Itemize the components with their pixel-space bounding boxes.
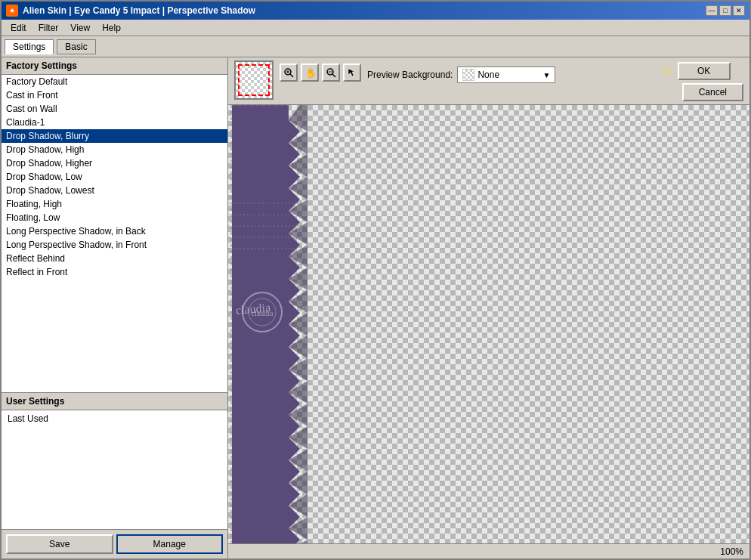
background-selector: Preview Background: None ▼ bbox=[367, 60, 555, 83]
user-settings-section: User Settings Last Used bbox=[2, 393, 227, 529]
right-panel: ✋ bbox=[228, 57, 749, 558]
zoom-fit-icon bbox=[283, 67, 294, 78]
main-content: Factory Settings Factory Default Cast in… bbox=[2, 57, 749, 558]
zoom-in-icon bbox=[326, 67, 336, 78]
menu-view[interactable]: View bbox=[64, 21, 96, 35]
ok-cancel-area: ☞ OK Cancel bbox=[661, 60, 743, 101]
preview-bg-dropdown[interactable]: None ▼ bbox=[457, 67, 555, 83]
menu-edit[interactable]: Edit bbox=[5, 21, 32, 35]
watermark-circle: claudia bbox=[240, 289, 285, 335]
preset-drop-shadow-blurry[interactable]: Drop Shadow, Blurry bbox=[2, 129, 227, 143]
preset-long-perspective-front[interactable]: Long Perspective Shadow, in Front bbox=[2, 238, 227, 252]
preview-thumbnail bbox=[234, 60, 274, 100]
preview-toolbar: ✋ bbox=[228, 57, 749, 105]
preset-long-perspective-back[interactable]: Long Perspective Shadow, in Back bbox=[2, 224, 227, 238]
thumbnail-border bbox=[238, 64, 270, 96]
maximize-button[interactable]: □ bbox=[719, 5, 731, 16]
user-last-used[interactable]: Last Used bbox=[3, 412, 226, 425]
svg-text:claudia: claudia bbox=[252, 309, 274, 317]
tab-basic[interactable]: Basic bbox=[57, 39, 95, 54]
zoom-fit-button[interactable] bbox=[280, 63, 298, 82]
user-settings-header: User Settings bbox=[2, 393, 227, 410]
pan-button[interactable]: ✋ bbox=[301, 63, 319, 82]
close-button[interactable]: ✕ bbox=[733, 5, 745, 16]
tool-buttons: ✋ bbox=[280, 60, 361, 82]
title-bar: ★ Alien Skin | Eye Candy 5 Impact | Pers… bbox=[2, 2, 749, 20]
svg-text:✋: ✋ bbox=[305, 67, 315, 78]
menu-help[interactable]: Help bbox=[96, 21, 127, 35]
ok-button[interactable]: OK bbox=[678, 62, 731, 80]
preset-floating-low[interactable]: Floating, Low bbox=[2, 211, 227, 224]
status-bar: 100% bbox=[228, 543, 749, 558]
preview-area[interactable]: claudia claudia bbox=[228, 105, 749, 543]
dropdown-arrow-icon: ▼ bbox=[542, 71, 550, 79]
minimize-button[interactable]: — bbox=[706, 5, 718, 16]
preset-list[interactable]: Factory Default Cast in Front Cast on Wa… bbox=[2, 75, 227, 392]
ok-row: ☞ OK bbox=[661, 62, 743, 80]
zoom-level: 100% bbox=[720, 546, 743, 557]
checker-icon bbox=[462, 69, 474, 81]
title-bar-left: ★ Alien Skin | Eye Candy 5 Impact | Pers… bbox=[6, 5, 255, 17]
app-icon: ★ bbox=[6, 5, 18, 17]
window-title: Alien Skin | Eye Candy 5 Impact | Perspe… bbox=[23, 5, 255, 16]
cancel-button[interactable]: Cancel bbox=[682, 83, 743, 101]
main-window: ★ Alien Skin | Eye Candy 5 Impact | Pers… bbox=[0, 0, 751, 560]
factory-settings-section: Factory Settings Factory Default Cast in… bbox=[2, 57, 227, 393]
select-button[interactable] bbox=[343, 63, 361, 82]
preset-button-row: Save Manage bbox=[2, 529, 227, 558]
factory-settings-header: Factory Settings bbox=[2, 57, 227, 75]
zoom-in-button[interactable] bbox=[322, 63, 340, 82]
menu-filter[interactable]: Filter bbox=[32, 21, 65, 35]
manage-button[interactable]: Manage bbox=[116, 534, 224, 554]
preset-reflect-behind[interactable]: Reflect Behind bbox=[2, 252, 227, 265]
title-controls: — □ ✕ bbox=[706, 5, 745, 16]
preview-bg-label: Preview Background: bbox=[367, 70, 453, 80]
svg-line-1 bbox=[290, 74, 293, 77]
save-button[interactable]: Save bbox=[6, 534, 113, 554]
preset-reflect-in-front[interactable]: Reflect in Front bbox=[2, 265, 227, 279]
pan-icon: ✋ bbox=[304, 67, 315, 78]
preset-drop-shadow-low[interactable]: Drop Shadow, Low bbox=[2, 170, 227, 184]
tab-bar: Settings Basic bbox=[2, 36, 749, 57]
select-icon bbox=[347, 67, 357, 78]
preset-factory-default[interactable]: Factory Default bbox=[2, 75, 227, 88]
user-settings-list[interactable]: Last Used bbox=[2, 410, 227, 529]
preset-floating-high[interactable]: Floating, High bbox=[2, 197, 227, 211]
preview-bg-value: None bbox=[477, 70, 499, 80]
menu-bar: Edit Filter View Help bbox=[2, 20, 749, 36]
svg-line-6 bbox=[332, 74, 335, 77]
left-panel: Factory Settings Factory Default Cast in… bbox=[2, 57, 228, 558]
preset-drop-shadow-lowest[interactable]: Drop Shadow, Lowest bbox=[2, 184, 227, 197]
tab-settings[interactable]: Settings bbox=[5, 39, 54, 54]
preset-cast-on-wall[interactable]: Cast on Wall bbox=[2, 102, 227, 116]
preset-drop-shadow-higher[interactable]: Drop Shadow, Higher bbox=[2, 156, 227, 170]
preset-drop-shadow-high[interactable]: Drop Shadow, High bbox=[2, 143, 227, 156]
ok-hand-icon: ☞ bbox=[661, 62, 675, 80]
preset-cast-in-front[interactable]: Cast in Front bbox=[2, 88, 227, 102]
preset-claudia-1[interactable]: Claudia-1 bbox=[2, 116, 227, 129]
